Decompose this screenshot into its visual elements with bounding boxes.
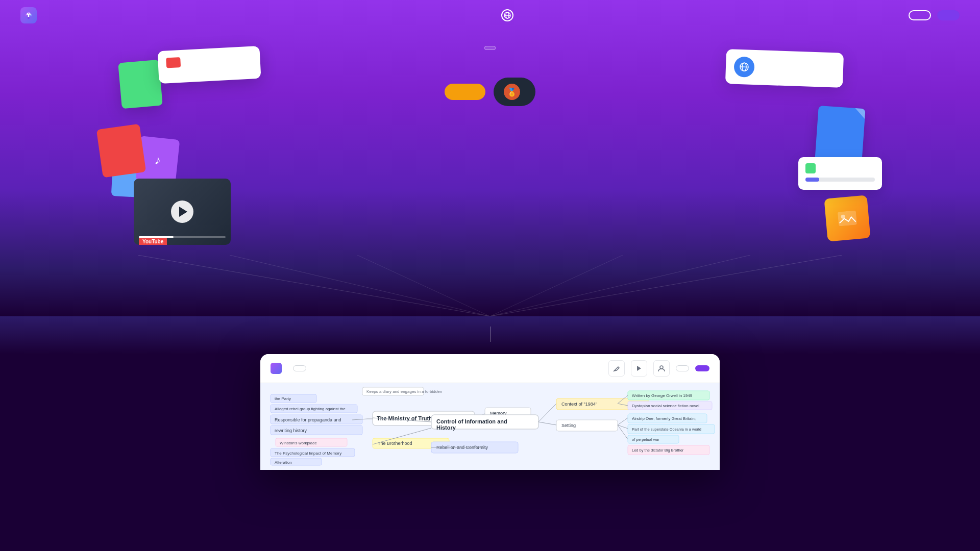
logo[interactable] — [20, 7, 41, 23]
app-toolbar — [260, 354, 720, 383]
svg-text:Part of the superstate Oceania: Part of the superstate Oceania in a worl… — [632, 427, 701, 432]
hero-lines — [0, 255, 980, 316]
svg-text:Control of Information and: Control of Information and — [436, 418, 507, 424]
svg-text:Responsible for propaganda and: Responsible for propaganda and — [275, 417, 341, 422]
inflation-sheet-icon — [805, 163, 816, 173]
user-icon[interactable] — [653, 360, 670, 377]
svg-text:Alteration: Alteration — [275, 460, 292, 465]
svg-text:Context of "1984": Context of "1984" — [561, 402, 597, 407]
svg-line-9 — [740, 67, 748, 67]
svg-point-3 — [28, 17, 30, 19]
app-logo-icon — [271, 363, 282, 374]
app-share-button[interactable] — [676, 365, 689, 371]
signin-button[interactable] — [909, 10, 931, 20]
svg-marker-18 — [637, 366, 641, 371]
app-preview-section: Responsible for propaganda and rewriting… — [0, 354, 980, 470]
youtube-card: YouTube — [134, 179, 231, 245]
svg-text:Led by the dictator Big Brothe: Led by the dictator Big Brother — [632, 448, 684, 453]
svg-text:Alleged rebel group fighting a: Alleged rebel group fighting against the — [275, 407, 346, 411]
start-free-button-nav[interactable] — [937, 10, 960, 20]
svg-point-1 — [28, 12, 30, 14]
svg-line-14 — [357, 255, 490, 316]
pdf-icon — [166, 57, 181, 68]
svg-point-2 — [30, 14, 32, 16]
svg-text:Setting: Setting — [561, 423, 576, 428]
svg-text:Airstrip One, formerly Great B: Airstrip One, formerly Great Britain; — [632, 416, 696, 421]
ppt-card — [96, 124, 146, 178]
svg-point-19 — [660, 366, 663, 369]
app-upgrade-button[interactable] — [695, 365, 709, 371]
hero-ctas: 🏅 — [445, 78, 535, 106]
svg-line-12 — [138, 255, 490, 316]
svg-text:Dystopian social science ficti: Dystopian social science fiction novel — [632, 404, 699, 408]
app-window: Responsible for propaganda and rewriting… — [260, 354, 720, 470]
wikipedia-globe-icon — [733, 57, 754, 78]
app-toolbar-left — [271, 363, 314, 374]
mindmap-svg: Responsible for propaganda and rewriting… — [260, 383, 720, 470]
social-psychology-card — [157, 46, 261, 84]
product-hunt-badge: 🏅 — [494, 78, 535, 106]
hero-center: 🏅 — [445, 41, 535, 106]
navbar — [0, 0, 980, 31]
image-card — [824, 195, 870, 241]
svg-text:Winston's workplace: Winston's workplace — [280, 441, 317, 445]
svg-text:rewriting history: rewriting history — [275, 428, 307, 433]
app-canvas: Responsible for propaganda and rewriting… — [260, 383, 720, 470]
play-icon[interactable] — [631, 360, 647, 377]
svg-point-0 — [25, 14, 27, 16]
svg-text:Keeps a diary and engages in a: Keeps a diary and engages in a forbidden — [366, 389, 442, 394]
doc-card — [815, 106, 865, 164]
globe-icon[interactable] — [501, 9, 513, 21]
youtube-badge: YouTube — [139, 237, 167, 245]
svg-line-16 — [490, 255, 750, 316]
logo-icon — [20, 7, 37, 23]
nav-links — [436, 9, 513, 21]
svg-text:History: History — [436, 424, 456, 431]
pen-tool-icon[interactable] — [608, 360, 625, 377]
svg-rect-10 — [838, 210, 857, 226]
app-logo — [271, 363, 285, 374]
scroll-arrow — [490, 327, 491, 344]
app-toolbar-right — [608, 360, 709, 377]
svg-line-13 — [230, 255, 490, 316]
svg-text:The Psychological Impact of Me: The Psychological Impact of Memory — [275, 451, 341, 456]
social-card-sub — [167, 72, 253, 77]
social-card-title — [167, 70, 253, 74]
svg-line-15 — [490, 255, 842, 316]
svg-line-17 — [490, 255, 623, 316]
hero-section: ♪ YouTube — [0, 0, 980, 316]
start-free-button-hero[interactable] — [445, 84, 485, 100]
xls-card — [118, 60, 163, 109]
formerly-badge — [484, 46, 496, 50]
svg-text:Written by George Orwell in 19: Written by George Orwell in 1949 — [632, 393, 693, 398]
product-hunt-medal-icon: 🏅 — [504, 84, 520, 100]
app-new-button[interactable] — [293, 365, 306, 371]
inflation-card — [798, 157, 882, 190]
nav-actions — [909, 10, 960, 20]
scroll-arrow-section — [0, 316, 980, 354]
svg-text:The Ministry of Truth: The Ministry of Truth — [377, 415, 432, 421]
music-icon: ♪ — [154, 153, 162, 167]
svg-text:the Party: the Party — [275, 396, 291, 401]
svg-text:of perpetual war: of perpetual war — [632, 437, 659, 442]
wikipedia-card — [725, 49, 844, 88]
brand-tag — [484, 41, 496, 52]
